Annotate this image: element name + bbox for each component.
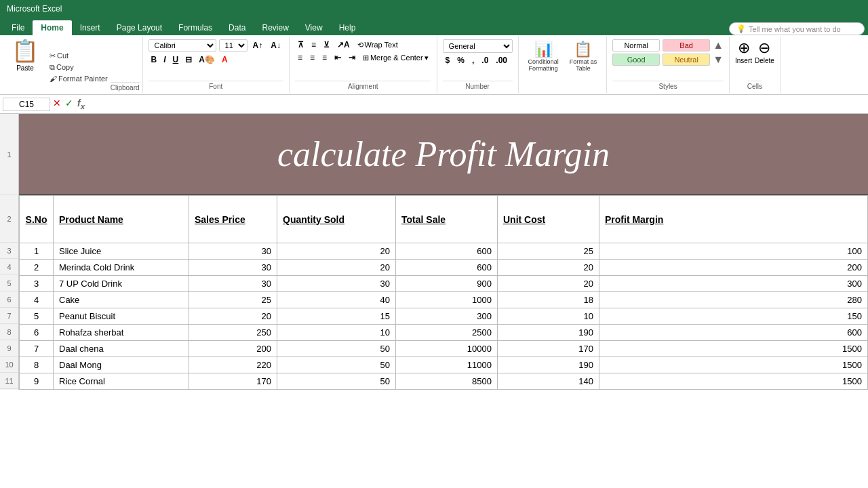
- header-unit-cost[interactable]: Unit Cost: [498, 196, 599, 243]
- increase-font-button[interactable]: A↑: [250, 40, 266, 51]
- header-profit-margin[interactable]: Profit Margin: [599, 196, 868, 243]
- tab-formulas[interactable]: Formulas: [170, 20, 220, 35]
- table-cell[interactable]: 50: [277, 373, 396, 390]
- table-cell[interactable]: 10000: [396, 341, 498, 357]
- style-neutral[interactable]: Neutral: [663, 54, 710, 66]
- table-cell[interactable]: 25: [498, 243, 599, 260]
- delete-button[interactable]: ⊖ Delete: [755, 39, 774, 64]
- table-cell[interactable]: 200: [599, 260, 868, 276]
- styles-scroll-down[interactable]: ▼: [713, 54, 724, 66]
- table-cell[interactable]: 11000: [396, 357, 498, 373]
- underline-button[interactable]: U: [170, 54, 182, 65]
- table-cell[interactable]: 20: [277, 260, 396, 276]
- table-cell[interactable]: 50: [277, 357, 396, 373]
- table-cell[interactable]: 40: [277, 292, 396, 308]
- table-cell[interactable]: 3: [20, 276, 54, 292]
- formula-enter[interactable]: ✓: [65, 98, 73, 110]
- table-row[interactable]: 6Rohafza sherbat250102500190600: [20, 325, 868, 341]
- header-sno[interactable]: S.No: [20, 196, 54, 243]
- table-cell[interactable]: 4: [20, 292, 54, 308]
- tab-insert[interactable]: Insert: [72, 20, 108, 35]
- table-cell[interactable]: 140: [498, 373, 599, 390]
- styles-scroll-up[interactable]: ▲: [713, 39, 724, 52]
- header-qty-sold[interactable]: Quantity Sold: [277, 196, 396, 243]
- font-size-select[interactable]: 11: [219, 39, 248, 52]
- table-cell[interactable]: 9: [20, 373, 54, 390]
- font-color-button[interactable]: A: [219, 54, 231, 65]
- font-name-select[interactable]: Calibri: [149, 39, 216, 52]
- table-cell[interactable]: 2500: [396, 325, 498, 341]
- format-painter-button[interactable]: 🖌 Format Painter: [47, 74, 111, 83]
- center-align-button[interactable]: ≡: [307, 52, 317, 63]
- table-cell[interactable]: Peanut Biscuit: [54, 308, 189, 325]
- table-cell[interactable]: 1: [20, 243, 54, 260]
- align-top-button[interactable]: ⊼: [295, 39, 307, 50]
- table-cell[interactable]: 8: [20, 357, 54, 373]
- style-good[interactable]: Good: [612, 54, 660, 66]
- table-row[interactable]: 37 UP Cold Drink303090020300: [20, 276, 868, 292]
- tab-data[interactable]: Data: [220, 20, 254, 35]
- table-cell[interactable]: 20: [189, 308, 277, 325]
- table-cell[interactable]: 170: [498, 341, 599, 357]
- table-row[interactable]: 9Rice Cornal1705085001401500: [20, 373, 868, 390]
- table-cell[interactable]: 2: [20, 260, 54, 276]
- table-cell[interactable]: 30: [189, 276, 277, 292]
- table-row[interactable]: 2Merinda Cold Drink302060020200: [20, 260, 868, 276]
- cell-reference[interactable]: [3, 98, 50, 111]
- table-cell[interactable]: 900: [396, 276, 498, 292]
- table-cell[interactable]: 170: [189, 373, 277, 390]
- table-cell[interactable]: 5: [20, 308, 54, 325]
- percent-button[interactable]: %: [454, 55, 467, 66]
- table-cell[interactable]: Daal chena: [54, 341, 189, 357]
- table-cell[interactable]: 25: [189, 292, 277, 308]
- tab-page-layout[interactable]: Page Layout: [108, 20, 170, 35]
- tell-me-input[interactable]: 💡 Tell me what you want to do: [729, 22, 865, 35]
- table-cell[interactable]: 100: [599, 243, 868, 260]
- table-cell[interactable]: 30: [189, 260, 277, 276]
- table-cell[interactable]: 8500: [396, 373, 498, 390]
- formula-cancel[interactable]: ✕: [53, 98, 61, 110]
- header-total-sale[interactable]: Total Sale: [396, 196, 498, 243]
- table-cell[interactable]: 7 UP Cold Drink: [54, 276, 189, 292]
- table-cell[interactable]: Daal Mong: [54, 357, 189, 373]
- align-bottom-button[interactable]: ⊻: [321, 39, 332, 50]
- table-cell[interactable]: 30: [277, 276, 396, 292]
- table-cell[interactable]: 20: [498, 276, 599, 292]
- tab-view[interactable]: View: [297, 20, 331, 35]
- italic-button[interactable]: I: [161, 54, 168, 65]
- header-sales-price[interactable]: Sales Price: [189, 196, 277, 243]
- table-cell[interactable]: 190: [498, 357, 599, 373]
- format-as-table-button[interactable]: 📋 Format asTable: [566, 39, 601, 73]
- table-row[interactable]: 5Peanut Biscuit201530010150: [20, 308, 868, 325]
- conditional-formatting-button[interactable]: 📊 ConditionalFormatting: [524, 39, 563, 73]
- table-row[interactable]: 1Slice Juice302060025100: [20, 243, 868, 260]
- fill-color-button[interactable]: A🎨: [196, 54, 218, 65]
- table-cell[interactable]: 6: [20, 325, 54, 341]
- table-cell[interactable]: 1500: [599, 373, 868, 390]
- table-cell[interactable]: 200: [189, 341, 277, 357]
- table-cell[interactable]: 50: [277, 341, 396, 357]
- style-normal[interactable]: Normal: [612, 39, 660, 52]
- table-row[interactable]: 4Cake2540100018280: [20, 292, 868, 308]
- increase-indent-button[interactable]: ⇥: [346, 52, 358, 63]
- table-cell[interactable]: 20: [498, 260, 599, 276]
- table-cell[interactable]: 18: [498, 292, 599, 308]
- table-cell[interactable]: 300: [599, 276, 868, 292]
- currency-button[interactable]: $: [443, 55, 453, 66]
- table-cell[interactable]: 280: [599, 292, 868, 308]
- tab-help[interactable]: Help: [331, 20, 364, 35]
- table-cell[interactable]: 190: [498, 325, 599, 341]
- table-cell[interactable]: 600: [599, 325, 868, 341]
- comma-button[interactable]: ,: [469, 55, 477, 66]
- merge-center-button[interactable]: ⊞ Merge & Center ▾: [360, 53, 431, 63]
- cut-button[interactable]: ✂ Cut: [47, 51, 111, 61]
- table-cell[interactable]: Rice Cornal: [54, 373, 189, 390]
- table-cell[interactable]: 250: [189, 325, 277, 341]
- table-cell[interactable]: 1500: [599, 357, 868, 373]
- table-cell[interactable]: Cake: [54, 292, 189, 308]
- header-product[interactable]: Product Name: [54, 196, 189, 243]
- table-cell[interactable]: 1500: [599, 341, 868, 357]
- left-align-button[interactable]: ≡: [295, 52, 305, 63]
- table-cell[interactable]: 10: [277, 325, 396, 341]
- table-row[interactable]: 8Daal Mong22050110001901500: [20, 357, 868, 373]
